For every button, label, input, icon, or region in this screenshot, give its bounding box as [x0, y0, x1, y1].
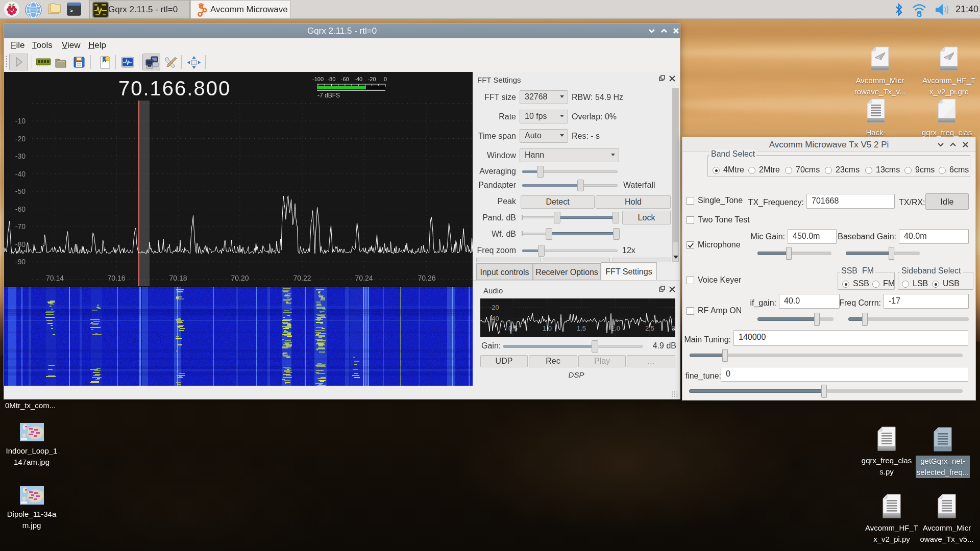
svg-text:-10: -10	[15, 117, 26, 125]
svg-text:70.16: 70.16	[107, 274, 125, 282]
svg-text:-60: -60	[15, 205, 26, 213]
svg-text:-100: -100	[312, 76, 324, 82]
svg-text:70.14: 70.14	[46, 274, 64, 282]
svg-text:1.5: 1.5	[577, 324, 586, 332]
svg-text:-80: -80	[15, 240, 26, 248]
svg-text:-90: -90	[15, 258, 26, 266]
svg-text:0: 0	[384, 76, 387, 82]
svg-text:70.26: 70.26	[418, 274, 435, 282]
svg-text:70.22: 70.22	[293, 274, 311, 282]
svg-text:-60: -60	[341, 76, 349, 82]
svg-text:-40: -40	[354, 76, 362, 82]
svg-text:70.20: 70.20	[231, 274, 249, 282]
svg-text:-20: -20	[368, 76, 376, 82]
svg-text:70.18: 70.18	[169, 274, 187, 282]
svg-text:2.5: 2.5	[645, 324, 654, 332]
svg-text:70.24: 70.24	[355, 274, 373, 282]
svg-text:-40: -40	[15, 170, 26, 178]
svg-text:-80: -80	[327, 76, 335, 82]
svg-text:-20: -20	[15, 135, 26, 143]
svg-text:70.166.800: 70.166.800	[118, 77, 231, 99]
svg-text:-50: -50	[15, 187, 26, 195]
svg-text:-70: -70	[15, 222, 26, 231]
svg-text:-30: -30	[15, 152, 26, 160]
svg-text:-20: -20	[489, 304, 499, 311]
svg-text:>_: >_	[69, 8, 77, 14]
svg-text:-7 dBFS: -7 dBFS	[317, 92, 340, 99]
